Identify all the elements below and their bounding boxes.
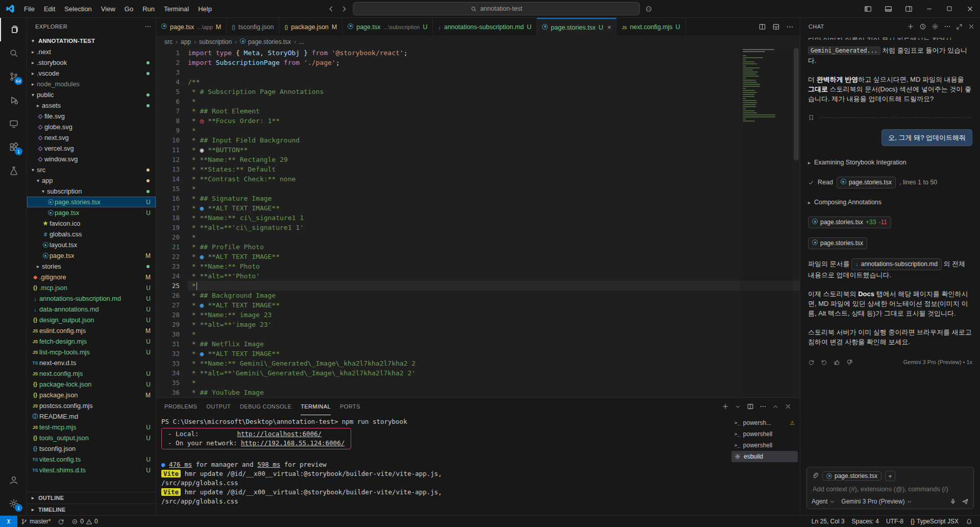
project-root-folder[interactable]: ▾ ANNOTATION-TEST (27, 35, 156, 46)
timeline-section[interactable]: ▸ TIMELINE (27, 504, 156, 515)
chat-more-icon[interactable] (944, 23, 951, 30)
chat-settings-icon[interactable] (932, 23, 939, 30)
terminal-link[interactable]: http://localhost:6006/ (237, 430, 322, 438)
toggle-panel-icon[interactable] (878, 0, 898, 17)
tree-file-next.config.mjs[interactable]: JSnext.config.mjsU (27, 368, 156, 379)
tree-file-page.tsx[interactable]: page.tsxU (27, 207, 156, 218)
tree-folder-.storybook[interactable]: ▸.storybook (27, 57, 156, 68)
problems-status[interactable]: 0 0 (68, 516, 101, 527)
file-chip[interactable]: page.stories.tsx+33-11 (808, 217, 891, 228)
breadcrumb-item-src[interactable]: src (164, 38, 173, 45)
file-chip[interactable]: page.stories.tsx (808, 237, 867, 249)
voice-input-icon[interactable] (949, 498, 957, 505)
tree-file-eslint.config.mjs[interactable]: JSeslint.config.mjsM (27, 325, 156, 336)
terminal-profile-chevron-icon[interactable] (734, 403, 741, 410)
tree-file-test-mcp.mjs[interactable]: JStest-mcp.mjsU (27, 422, 156, 433)
tree-file-vitest.config.ts[interactable]: TSvitest.config.tsU (27, 454, 156, 465)
indentation-status[interactable]: Spaces: 4 (848, 516, 883, 527)
maximize-panel-icon[interactable] (772, 403, 779, 410)
tree-file-list-mcp-tools.mjs[interactable]: JSlist-mcp-tools.mjsU (27, 347, 156, 357)
bookmark-icon[interactable] (808, 114, 815, 121)
terminal-session-esbuild[interactable]: esbuild (731, 451, 798, 462)
outline-section[interactable]: ▸ OUTLINE (27, 492, 156, 504)
nav-back-button[interactable] (328, 5, 335, 13)
terminal-link[interactable]: http://192.168.55.124:6006/ (241, 439, 345, 447)
activity-run-debug[interactable] (0, 88, 27, 112)
minimize-button[interactable] (919, 0, 939, 17)
notifications-bell-icon[interactable] (962, 516, 976, 527)
terminal-session-powershell[interactable]: >_powershell (731, 440, 798, 451)
tree-file-page.tsx[interactable]: page.tsxM (27, 250, 156, 261)
menu-go[interactable]: Go (120, 3, 138, 15)
tree-folder-public[interactable]: ▾public (27, 89, 156, 100)
tree-file-next.svg[interactable]: ◇next.svg (27, 132, 156, 143)
tree-file-tools_output.json[interactable]: {}tools_output.jsonU (27, 433, 156, 443)
activity-settings[interactable]: 1 (0, 492, 27, 515)
tree-folder-app[interactable]: ▾app (27, 175, 156, 186)
panel-tab-output[interactable]: OUTPUT (206, 398, 231, 415)
editor-scrollbar[interactable] (793, 48, 800, 397)
tree-file-fetch-design.mjs[interactable]: JSfetch-design.mjsU (27, 336, 156, 347)
thumb-down-icon[interactable] (846, 359, 853, 366)
panel-tab-problems[interactable]: PROBLEMS (164, 398, 197, 415)
menu-help[interactable]: Help (193, 3, 216, 15)
new-terminal-icon[interactable] (722, 403, 729, 410)
context-chip[interactable]: page.stories.tsx (822, 471, 881, 481)
tree-folder-.vscode[interactable]: ▸.vscode (27, 68, 156, 79)
tree-folder-.next[interactable]: ▸.next (27, 46, 156, 57)
file-chip[interactable]: ↓annotations-subscription.md (851, 258, 942, 270)
refresh-icon[interactable] (808, 359, 815, 366)
more-actions-icon[interactable] (786, 23, 794, 31)
tree-file-layout.tsx[interactable]: layout.tsx (27, 239, 156, 250)
split-editor-icon[interactable] (758, 23, 766, 31)
tree-folder-node_modules[interactable]: ▸node_modules (27, 79, 156, 89)
restore-button[interactable] (939, 0, 960, 17)
sync-changes-icon[interactable] (54, 516, 68, 527)
tree-file-.mcp.json[interactable]: {}.mcp.jsonU (27, 282, 156, 293)
tree-file-globe.svg[interactable]: ◇globe.svg (27, 122, 156, 132)
activity-extensions[interactable]: 1 (0, 135, 27, 159)
menu-run[interactable]: Run (138, 3, 159, 15)
attach-context-icon[interactable] (812, 472, 819, 480)
terminal-output[interactable]: PS C:\Users\microsoft\Desktop\annotation… (156, 415, 731, 515)
tree-file-page.stories.tsx[interactable]: page.stories.tsxU (27, 197, 156, 207)
menu-terminal[interactable]: Terminal (159, 3, 193, 15)
tree-file-tsconfig.json[interactable]: {}tsconfig.json (27, 443, 156, 454)
terminal-session-powersh[interactable]: >_powersh...⚠ (731, 417, 798, 428)
terminal-session-powershell[interactable]: >_powershell (731, 428, 798, 440)
panel-tab-ports[interactable]: PORTS (340, 398, 360, 415)
tree-file-annotations-subscription.md[interactable]: ↓annotations-subscription.mdU (27, 293, 156, 304)
explorer-more-actions-icon[interactable] (144, 23, 152, 30)
model-select[interactable]: Gemini 3 Pro (Preview) (841, 498, 912, 505)
activity-source-control[interactable]: 64 (0, 65, 27, 88)
tab-next.config.mjs[interactable]: JSnext.config.mjsU (617, 18, 685, 36)
menu-view[interactable]: View (96, 3, 120, 15)
panel-tab-terminal[interactable]: TERMINAL (301, 398, 331, 415)
nav-forward-button[interactable] (340, 5, 348, 13)
thumb-up-icon[interactable] (834, 359, 840, 366)
tree-file-vercel.svg[interactable]: ◇vercel.svg (27, 143, 156, 154)
tab-annotations-subscription.md[interactable]: ↓annotations-subscription.mdU (433, 18, 537, 36)
split-terminal-icon[interactable] (747, 403, 754, 410)
tab-page.tsx[interactable]: page.tsx...\subscriptionU (342, 18, 433, 36)
menu-file[interactable]: File (19, 3, 39, 15)
breadcrumb-more[interactable]: ... (299, 38, 304, 45)
command-center-search[interactable]: annotation-test (353, 2, 640, 15)
new-chat-icon[interactable] (907, 23, 914, 30)
close-panel-icon[interactable] (785, 403, 792, 410)
tab-tsconfig.json[interactable]: {}tsconfig.json (227, 18, 279, 36)
tool-step[interactable]: ▸Composing Annotations (808, 198, 972, 207)
git-branch-status[interactable]: master* (17, 516, 54, 527)
tab-page.tsx[interactable]: page.tsx...\appM (156, 18, 227, 36)
tree-file-package.json[interactable]: {}package.jsonM (27, 390, 156, 400)
tree-file-postcss.config.mjs[interactable]: JSpostcss.config.mjs (27, 400, 156, 411)
tree-folder-assets[interactable]: ▸assets (27, 100, 156, 111)
tree-file-.gitignore[interactable]: ◆.gitignoreM (27, 272, 156, 282)
tab-package.json[interactable]: {}package.jsonM (279, 18, 342, 36)
tool-step-done[interactable]: Readpage.stories.tsx, lines 1 to 50 (808, 177, 972, 188)
remote-indicator[interactable] (0, 516, 17, 527)
tree-file-vitest.shims.d.ts[interactable]: TSvitest.shims.d.tsU (27, 465, 156, 475)
tree-file-design_output.json[interactable]: {}design_output.jsonU (27, 315, 156, 325)
tool-step[interactable]: ▸Examining Storybook Integration (808, 158, 972, 167)
agent-mode-select[interactable]: Agent (812, 498, 835, 505)
